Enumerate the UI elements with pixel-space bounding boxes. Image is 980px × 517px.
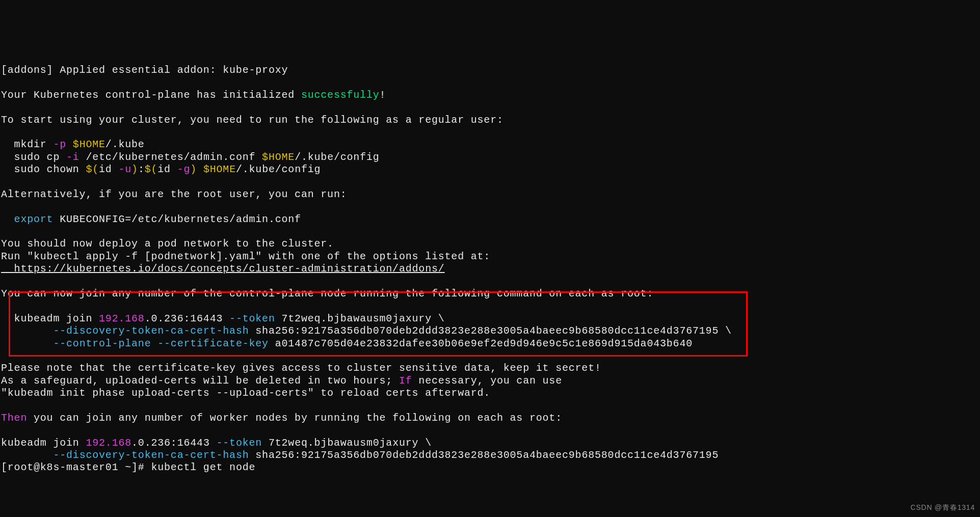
output-link: https://kubernetes.io/docs/concepts/clus…	[1, 263, 445, 275]
kubeadm-join-command: --control-plane --certificate-key a01487…	[1, 338, 693, 349]
kubeadm-join-command: --discovery-token-ca-cert-hash sha256:92…	[1, 325, 732, 337]
output-line: Run "kubectl apply -f [podnetwork].yaml"…	[1, 251, 490, 262]
output-line: sudo cp -i /etc/kubernetes/admin.conf $H…	[1, 151, 380, 163]
output-line: To start using your cluster, you need to…	[1, 114, 504, 126]
output-line: [addons] Applied essential addon: kube-p…	[1, 64, 288, 76]
output-line: Your Kubernetes control-plane has initia…	[1, 89, 386, 101]
kubeadm-worker-join-command: kubeadm join 192.168.0.236:16443 --token…	[1, 437, 432, 449]
output-line: sudo chown $(id -u):$(id -g) $HOME/.kube…	[1, 164, 321, 175]
output-line: You should now deploy a pod network to t…	[1, 238, 334, 250]
kubeadm-join-command: kubeadm join 192.168.0.236:16443 --token…	[1, 313, 445, 324]
output-line: As a safeguard, uploaded-certs will be d…	[1, 375, 562, 387]
output-line: export KUBECONFIG=/etc/kubernetes/admin.…	[1, 213, 301, 225]
prompt-line[interactable]: [root@k8s-master01 ~]# kubectl get node	[1, 461, 255, 473]
output-line: Alternatively, if you are the root user,…	[1, 188, 347, 200]
output-line: Please note that the certificate-key giv…	[1, 362, 601, 374]
output-line: mkdir -p $HOME/.kube	[1, 139, 145, 150]
output-line: "kubeadm init phase upload-certs --uploa…	[1, 387, 490, 399]
output-line: You can now join any number of the contr…	[1, 288, 653, 300]
watermark: CSDN @青春1314	[910, 503, 975, 512]
terminal-output[interactable]: [addons] Applied essential addon: kube-p…	[1, 52, 979, 487]
output-line: Then you can join any number of worker n…	[1, 412, 562, 424]
kubeadm-worker-join-command: --discovery-token-ca-cert-hash sha256:92…	[1, 449, 725, 461]
